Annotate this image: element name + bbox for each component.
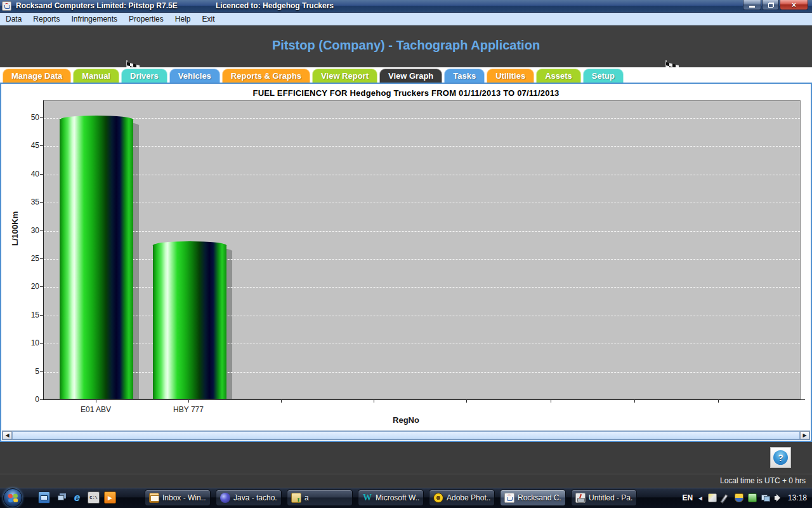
x-tick-mark xyxy=(634,400,635,403)
tab-bar: Manage Data Manual Drivers Vehicles Repo… xyxy=(0,67,812,83)
tab-setup[interactable]: Setup xyxy=(583,69,624,83)
local-time-status: Local time is UTC + 0 hrs xyxy=(720,476,806,485)
close-button[interactable]: × xyxy=(780,0,808,10)
tab-manual[interactable]: Manual xyxy=(73,69,119,83)
scroll-left-icon[interactable]: ◀ xyxy=(3,431,12,439)
menu-exit[interactable]: Exit xyxy=(196,13,220,25)
tab-vehicles[interactable]: Vehicles xyxy=(169,69,220,83)
y-axis-line xyxy=(43,100,44,400)
horizontal-scrollbar[interactable]: ◀ ▶ xyxy=(2,431,810,440)
menu-data[interactable]: Data xyxy=(0,13,27,25)
java-icon xyxy=(504,493,514,503)
taskbar-item-rocksand[interactable]: Rocksand C... xyxy=(500,490,566,506)
menu-infringements[interactable]: Infringements xyxy=(65,13,123,25)
tab-view-graph[interactable]: View Graph xyxy=(379,69,442,83)
window-title: Rocksand Computers Limited: Pitstop R7.5… xyxy=(16,1,178,10)
x-tick-mark xyxy=(374,400,374,403)
menu-properties[interactable]: Properties xyxy=(123,13,169,25)
tab-drivers[interactable]: Drivers xyxy=(121,69,167,83)
language-bar-icon[interactable] xyxy=(708,493,717,502)
gridline xyxy=(44,231,800,232)
help-button[interactable]: ? xyxy=(770,447,791,468)
bar-hby-777[interactable] xyxy=(153,241,226,399)
y-tick-mark xyxy=(40,174,43,175)
y-tick-label: 40 xyxy=(11,170,39,178)
menu-bar: Data Reports Infringements Properties He… xyxy=(0,13,812,25)
taskbar: e C:\ ▶ Inbox - Win... Java - tacho... a… xyxy=(0,488,812,508)
gridline xyxy=(44,175,800,175)
status-bar: Local time is UTC + 0 hrs xyxy=(0,474,812,488)
y-tick-mark xyxy=(40,399,43,400)
start-button[interactable] xyxy=(3,488,22,507)
y-tick-label: 0 xyxy=(11,395,39,404)
scrollbar-thumb[interactable] xyxy=(12,431,800,439)
mail-icon xyxy=(149,493,159,503)
taskbar-item-java[interactable]: Java - tacho... xyxy=(216,490,282,506)
y-tick-mark xyxy=(40,315,43,316)
x-tick-mark xyxy=(188,400,189,403)
window-switcher-icon[interactable] xyxy=(55,491,67,504)
volume-icon[interactable] xyxy=(775,493,783,502)
gridline xyxy=(44,118,800,119)
y-tick-mark xyxy=(40,231,43,231)
y-tick-label: 20 xyxy=(11,282,39,291)
media-player-icon[interactable]: ▶ xyxy=(104,491,116,504)
y-tick-mark xyxy=(40,258,43,259)
chart-plot-area xyxy=(43,100,801,399)
y-tick-label: 10 xyxy=(11,338,39,347)
tab-assets[interactable]: Assets xyxy=(536,69,581,83)
y-tick-mark xyxy=(40,343,43,344)
y-tick-label: 30 xyxy=(11,226,39,235)
network-icon[interactable] xyxy=(761,493,770,502)
taskbar-item-word[interactable]: W Microsoft W... xyxy=(358,490,424,506)
photoshop-icon xyxy=(433,493,443,503)
bottom-panel: ? xyxy=(0,442,812,474)
y-tick-label: 5 xyxy=(11,367,39,376)
word-icon: W xyxy=(362,493,372,503)
x-tick-mark xyxy=(466,400,467,403)
tray-collapse-icon[interactable]: ◄ xyxy=(697,495,704,502)
tab-reports-graphs[interactable]: Reports & Graphs xyxy=(222,69,310,83)
pen-input-icon[interactable] xyxy=(721,493,730,502)
windows-logo-icon xyxy=(8,493,17,502)
command-prompt-icon[interactable]: C:\ xyxy=(88,491,100,504)
language-indicator[interactable]: EN xyxy=(682,493,693,502)
x-category-label: E01 ABV xyxy=(51,405,140,414)
eclipse-icon xyxy=(220,493,230,503)
taskbar-item-inbox[interactable]: Inbox - Win... xyxy=(145,490,211,506)
show-desktop-icon[interactable] xyxy=(38,491,50,504)
x-tick-mark xyxy=(718,400,719,403)
chart-panel: FUEL EFFICIENCY FOR Hedgehog Truckers FR… xyxy=(0,83,812,442)
taskbar-item-paint[interactable]: Untitled - Pa... xyxy=(571,490,637,506)
menu-reports[interactable]: Reports xyxy=(27,13,65,25)
gridline xyxy=(44,146,800,147)
power-icon[interactable] xyxy=(748,493,757,502)
tab-tasks[interactable]: Tasks xyxy=(444,69,485,83)
restore-button[interactable] xyxy=(762,0,779,10)
help-icon: ? xyxy=(773,450,788,465)
paint-icon xyxy=(575,493,586,503)
taskbar-item-folder-a[interactable]: a xyxy=(287,490,353,506)
x-category-label: HBY 777 xyxy=(144,405,233,414)
y-tick-mark xyxy=(40,286,43,287)
taskbar-item-photoshop[interactable]: Adobe Phot... xyxy=(429,490,495,506)
bar-e01-abv[interactable] xyxy=(60,116,133,399)
scroll-right-icon[interactable]: ▶ xyxy=(800,431,809,439)
y-tick-mark xyxy=(40,202,43,203)
y-tick-mark xyxy=(40,371,43,372)
chart-title: FUEL EFFICIENCY FOR Hedgehog Truckers FR… xyxy=(1,88,811,98)
security-shield-icon[interactable] xyxy=(735,493,743,502)
y-tick-mark xyxy=(40,117,43,118)
tab-utilities[interactable]: Utilities xyxy=(487,69,534,83)
menu-help[interactable]: Help xyxy=(169,13,197,25)
tab-manage-data[interactable]: Manage Data xyxy=(3,69,71,83)
gridline xyxy=(44,203,800,203)
minimize-button[interactable] xyxy=(743,0,761,10)
y-tick-label: 15 xyxy=(11,311,39,319)
x-tick-mark xyxy=(96,400,96,403)
tab-view-report[interactable]: View Report xyxy=(312,69,377,83)
quick-launch-bar: e C:\ ▶ xyxy=(38,491,116,504)
y-tick-mark xyxy=(40,145,43,146)
x-tick-mark xyxy=(281,400,282,403)
internet-explorer-icon[interactable]: e xyxy=(71,491,83,504)
